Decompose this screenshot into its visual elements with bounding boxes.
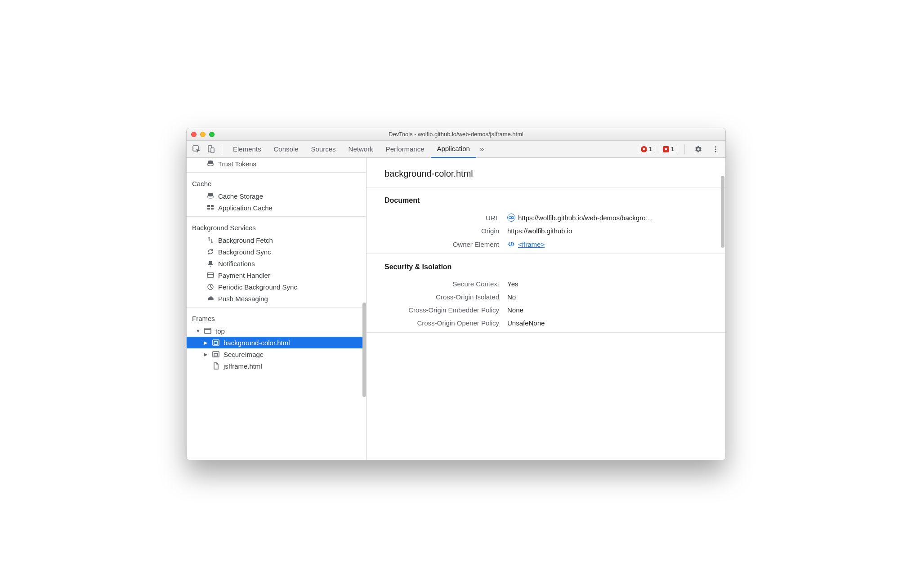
devtools-window: DevTools - wolfib.github.io/web-demos/js…	[186, 128, 726, 460]
content: Trust Tokens Cache Cache Storage Applica…	[187, 158, 725, 460]
sidebar-header-frames: Frames	[187, 310, 366, 325]
divider	[187, 216, 366, 217]
row-secure-context: Secure Context Yes	[367, 277, 725, 290]
frames-tree: ▼ top ▶ background-color.html ▶	[187, 325, 366, 372]
sidebar-item-label: Trust Tokens	[218, 160, 256, 168]
tabbar-right: ✕ 1 ✕ 1	[638, 143, 722, 156]
sidebar-header-cache: Cache	[187, 175, 366, 190]
tab-application[interactable]: Application	[431, 141, 476, 158]
svg-rect-16	[214, 342, 218, 344]
code-icon[interactable]	[507, 240, 515, 248]
svg-rect-18	[214, 353, 218, 356]
fetch-icon	[206, 236, 215, 244]
divider	[187, 172, 366, 173]
chevron-down-icon[interactable]: ▼	[196, 328, 200, 334]
link-icon[interactable]	[507, 214, 515, 222]
clock-icon	[206, 283, 215, 291]
frame-label: background-color.html	[224, 339, 290, 347]
tab-network[interactable]: Network	[342, 141, 380, 158]
svg-point-3	[715, 146, 716, 147]
tabs-overflow-button[interactable]: »	[476, 141, 487, 158]
titlebar: DevTools - wolfib.github.io/web-demos/js…	[187, 128, 725, 141]
label-coop: Cross-Origin Opener Policy	[384, 319, 499, 327]
window-icon	[204, 327, 212, 335]
value-url: https://wolfib.github.io/web-demos/backg…	[518, 214, 652, 222]
chevron-right-icon[interactable]: ▶	[204, 352, 208, 357]
label-secure-context: Secure Context	[384, 280, 499, 288]
section-header-document: Document	[367, 196, 725, 211]
sidebar-item-periodic-sync[interactable]: Periodic Background Sync	[187, 281, 366, 293]
sidebar-item-application-cache[interactable]: Application Cache	[187, 202, 366, 214]
frame-label: SecureImage	[224, 351, 264, 358]
sidebar-item-notifications[interactable]: Notifications	[187, 258, 366, 269]
window-title: DevTools - wolfib.github.io/web-demos/js…	[187, 131, 725, 138]
tab-sources[interactable]: Sources	[305, 141, 342, 158]
svg-rect-8	[207, 205, 210, 207]
sidebar-item-label: Push Messaging	[218, 295, 268, 303]
svg-rect-9	[211, 205, 214, 207]
issue-count-badge[interactable]: ✕ 1	[660, 145, 677, 153]
grid-icon	[206, 204, 215, 212]
close-window-button[interactable]	[191, 132, 197, 137]
divider	[222, 144, 222, 154]
panel-tabs: Elements Console Sources Network Perform…	[227, 141, 487, 158]
sync-icon	[206, 248, 215, 256]
row-cross-origin-isolated: Cross-Origin Isolated No	[367, 290, 725, 303]
iframe-icon	[212, 350, 220, 358]
more-menu-icon[interactable]	[709, 143, 722, 156]
sidebar-item-push-messaging[interactable]: Push Messaging	[187, 293, 366, 304]
divider	[187, 307, 366, 307]
value-coop: UnsafeNone	[507, 319, 545, 327]
sidebar-header-background-services: Background Services	[187, 219, 366, 234]
device-toggle-icon[interactable]	[205, 143, 217, 156]
divider	[367, 332, 725, 333]
settings-icon[interactable]	[692, 143, 705, 156]
frame-top[interactable]: ▼ top	[187, 325, 366, 337]
document-section: Document URL https://wolfib.github.io/we…	[367, 187, 725, 254]
frame-label: top	[215, 327, 225, 335]
iframe-icon	[212, 339, 220, 347]
error-count-badge[interactable]: ✕ 1	[638, 145, 655, 153]
cloud-icon	[206, 294, 215, 303]
sidebar-item-label: Cache Storage	[218, 192, 263, 200]
value-origin: https://wolfib.github.io	[507, 227, 572, 235]
row-coep: Cross-Origin Embedder Policy None	[367, 303, 725, 316]
sidebar-item-label: Application Cache	[218, 204, 273, 212]
tab-elements[interactable]: Elements	[227, 141, 268, 158]
devtools-tabbar: Elements Console Sources Network Perform…	[187, 141, 725, 158]
row-url: URL https://wolfib.github.io/web-demos/b…	[367, 211, 725, 224]
chevron-right-icon[interactable]: ▶	[204, 340, 208, 346]
frame-detail-panel[interactable]: background-color.html Document URL https…	[367, 158, 725, 460]
frame-secure-image[interactable]: ▶ SecureImage	[187, 348, 366, 360]
sidebar-item-background-sync[interactable]: Background Sync	[187, 246, 366, 258]
frame-title: background-color.html	[367, 158, 725, 187]
maximize-window-button[interactable]	[209, 132, 215, 137]
sidebar-item-payment-handler[interactable]: Payment Handler	[187, 269, 366, 281]
svg-rect-11	[211, 208, 214, 209]
inspect-element-icon[interactable]	[190, 143, 203, 156]
svg-point-5	[715, 151, 716, 152]
card-icon	[206, 271, 215, 279]
minimize-window-button[interactable]	[200, 132, 206, 137]
tab-performance[interactable]: Performance	[380, 141, 431, 158]
svg-point-4	[715, 148, 716, 150]
tab-console[interactable]: Console	[268, 141, 305, 158]
frame-label: jsIframe.html	[224, 362, 262, 370]
sidebar-item-trust-tokens[interactable]: Trust Tokens	[187, 158, 366, 169]
frame-background-color[interactable]: ▶ background-color.html	[187, 337, 366, 348]
application-sidebar[interactable]: Trust Tokens Cache Cache Storage Applica…	[187, 158, 367, 460]
scrollbar[interactable]	[721, 176, 724, 248]
row-coop: Cross-Origin Opener Policy UnsafeNone	[367, 316, 725, 330]
traffic-lights	[191, 132, 215, 137]
sidebar-item-label: Background Sync	[218, 248, 271, 256]
issue-icon: ✕	[663, 146, 669, 152]
sidebar-item-cache-storage[interactable]: Cache Storage	[187, 190, 366, 202]
svg-rect-14	[205, 328, 211, 334]
sidebar-item-label: Periodic Background Sync	[218, 283, 297, 291]
svg-rect-10	[207, 208, 210, 209]
sidebar-item-background-fetch[interactable]: Background Fetch	[187, 234, 366, 246]
scrollbar[interactable]	[362, 303, 366, 397]
owner-element-link[interactable]: <iframe>	[518, 241, 545, 248]
frame-jsiframe[interactable]: ▶ jsIframe.html	[187, 360, 366, 372]
label-url: URL	[384, 214, 499, 222]
